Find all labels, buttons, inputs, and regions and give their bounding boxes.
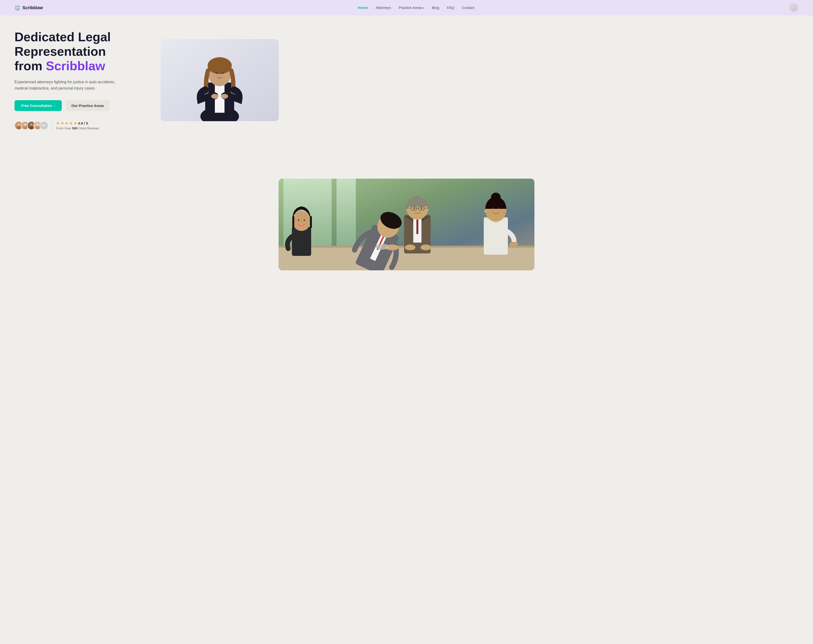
star-5-half: ★: [74, 121, 77, 126]
hero-image-area: [159, 39, 280, 121]
brand-logo[interactable]: ⚖️ Scribblaw: [14, 5, 43, 11]
rating-value: 4.9 / 5: [78, 121, 88, 125]
nav-item-blog[interactable]: Blog: [432, 6, 439, 10]
logo-icon: ⚖️: [14, 5, 20, 11]
review-info: ★ ★ ★ ★ ★ 4.9 / 5 From Over 500 Client R…: [56, 121, 99, 130]
hero-title-line1: Dedicated LegalRepresentation: [14, 30, 111, 58]
star-rating: ★ ★ ★ ★ ★ 4.9 / 5: [56, 121, 99, 126]
star-4: ★: [69, 121, 73, 126]
star-1: ★: [56, 121, 60, 126]
svg-point-50: [421, 207, 422, 209]
hero-section: Dedicated LegalRepresentation from Scrib…: [0, 15, 813, 150]
svg-rect-40: [416, 217, 418, 234]
nav-link-practice-areas[interactable]: Practice Areas: [399, 6, 424, 10]
nav-item-contact[interactable]: Contact: [462, 6, 475, 10]
nav-item-practice-areas[interactable]: Practice Areas: [399, 6, 424, 10]
free-consultation-label: Free Consultation: [21, 104, 52, 108]
svg-point-60: [484, 210, 486, 212]
divider: [52, 121, 52, 130]
svg-point-7: [30, 123, 33, 126]
svg-point-31: [298, 219, 299, 221]
theme-toggle-button[interactable]: 🌙: [789, 3, 799, 12]
svg-point-28: [292, 211, 311, 231]
svg-point-18: [216, 72, 218, 74]
moon-icon: 🌙: [792, 6, 796, 10]
free-consultation-button[interactable]: Free Consultation ›: [14, 100, 62, 111]
svg-point-4: [24, 123, 26, 126]
svg-point-49: [414, 207, 415, 209]
practice-areas-button[interactable]: Our Practice Areas: [66, 100, 110, 111]
svg-point-5: [23, 126, 27, 129]
hero-title-prefix: from: [14, 59, 46, 73]
svg-point-61: [509, 242, 518, 247]
svg-point-10: [37, 123, 39, 126]
brand-name: Scribblaw: [23, 5, 43, 11]
social-proof: 7K+ ★ ★ ★ ★ ★ 4.9 / 5 From Over 500 Clie…: [14, 121, 150, 130]
navbar: ⚖️ Scribblaw Home Attorneys Practice Are…: [0, 0, 813, 15]
svg-point-54: [376, 244, 389, 250]
svg-point-8: [29, 126, 34, 129]
nav-link-contact[interactable]: Contact: [462, 6, 475, 10]
svg-point-2: [17, 126, 21, 129]
svg-rect-29: [292, 216, 294, 228]
avatar-count: 7K+: [40, 121, 48, 130]
svg-point-20: [211, 94, 218, 99]
nav-link-home[interactable]: Home: [358, 6, 368, 10]
arrow-icon: ›: [54, 104, 55, 107]
svg-point-19: [222, 72, 224, 74]
svg-rect-27: [292, 227, 311, 256]
hero-title: Dedicated LegalRepresentation from Scrib…: [14, 30, 150, 73]
nav-link-blog[interactable]: Blog: [432, 6, 439, 10]
team-photo: [279, 179, 534, 270]
svg-point-1: [18, 123, 20, 126]
practice-areas-label: Our Practice Areas: [71, 104, 104, 108]
review-count: 500: [72, 126, 77, 130]
review-subtitle: From Over 500 Client Reviews: [56, 126, 99, 130]
svg-point-21: [221, 94, 228, 99]
hero-buttons: Free Consultation › Our Practice Areas: [14, 100, 150, 111]
spacer: [0, 150, 813, 179]
svg-point-51: [405, 245, 416, 250]
star-3: ★: [65, 121, 68, 126]
svg-point-32: [304, 219, 305, 221]
hero-description: Experienced attorneys fighting for justi…: [14, 79, 126, 91]
team-svg: [279, 179, 534, 270]
nav-item-faq[interactable]: FAQ: [447, 6, 454, 10]
star-2: ★: [61, 121, 64, 126]
svg-point-52: [420, 245, 431, 250]
svg-point-57: [491, 193, 501, 202]
svg-point-59: [498, 207, 500, 209]
nav-right: 🌙: [789, 3, 799, 12]
hero-title-brand: Scribblaw: [46, 59, 105, 73]
lawyer-image: [161, 39, 279, 121]
nav-item-attorneys[interactable]: Attorneys: [376, 6, 391, 10]
hero-content: Dedicated LegalRepresentation from Scrib…: [14, 30, 150, 130]
lawyer-svg: [161, 39, 279, 121]
client-count-label: 7K+: [42, 124, 46, 127]
nav-link-attorneys[interactable]: Attorneys: [376, 6, 391, 10]
nav-link-faq[interactable]: FAQ: [447, 6, 454, 10]
nav-item-home[interactable]: Home: [358, 6, 368, 10]
team-section: [0, 179, 813, 270]
svg-rect-30: [310, 216, 312, 228]
avatar-stack: 7K+: [14, 121, 48, 130]
svg-point-11: [35, 126, 40, 129]
nav-links: Home Attorneys Practice Areas Blog FAQ C…: [358, 6, 475, 10]
svg-point-58: [492, 207, 493, 209]
